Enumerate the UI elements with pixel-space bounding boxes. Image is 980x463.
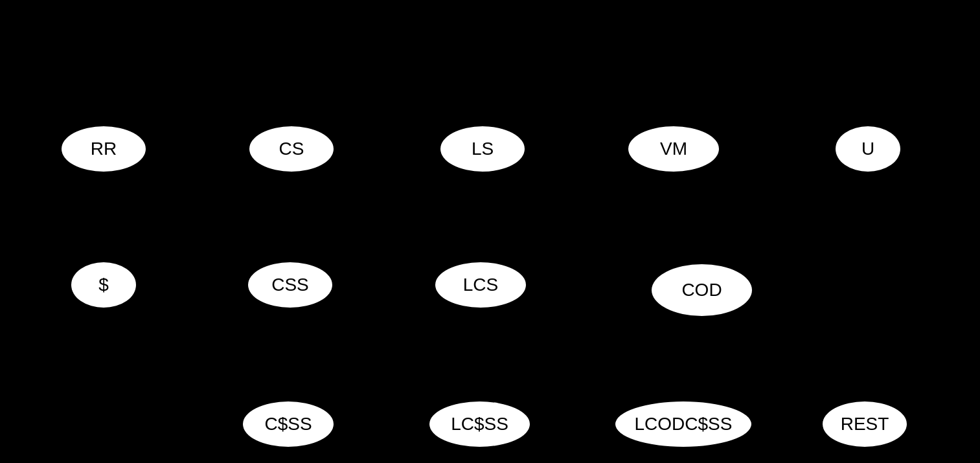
node-vm[interactable]: VM xyxy=(628,126,719,172)
node-lcodcss-label: LCODC$SS xyxy=(635,414,733,435)
node-u[interactable]: U xyxy=(836,126,900,172)
node-lcodcss[interactable]: LCODC$SS xyxy=(615,401,751,447)
node-cod-label: COD xyxy=(681,280,722,300)
node-cs[interactable]: CS xyxy=(249,126,334,172)
diagram-canvas: RR CS LS VM U $ CSS LCS COD C$SS LC$SS L… xyxy=(0,0,980,463)
node-csss-label: C$SS xyxy=(264,414,312,435)
node-dollar-label: $ xyxy=(98,275,109,295)
node-csss[interactable]: C$SS xyxy=(243,401,334,447)
node-u-label: U xyxy=(861,139,874,159)
node-lcs[interactable]: LCS xyxy=(435,262,526,308)
node-vm-label: VM xyxy=(660,139,687,159)
node-lcsss-label: LC$SS xyxy=(451,414,508,435)
node-lcs-label: LCS xyxy=(463,275,498,295)
node-rr[interactable]: RR xyxy=(62,126,146,172)
node-cod[interactable]: COD xyxy=(652,264,752,316)
node-ls[interactable]: LS xyxy=(440,126,525,172)
node-rest-label: REST xyxy=(841,414,889,435)
node-css[interactable]: CSS xyxy=(248,262,332,308)
node-css-label: CSS xyxy=(271,275,309,295)
node-cs-label: CS xyxy=(279,139,304,159)
node-dollar[interactable]: $ xyxy=(71,262,136,308)
node-ls-label: LS xyxy=(472,139,494,159)
node-rest[interactable]: REST xyxy=(823,401,907,447)
node-rr-label: RR xyxy=(91,139,117,159)
node-lcsss[interactable]: LC$SS xyxy=(429,401,530,447)
